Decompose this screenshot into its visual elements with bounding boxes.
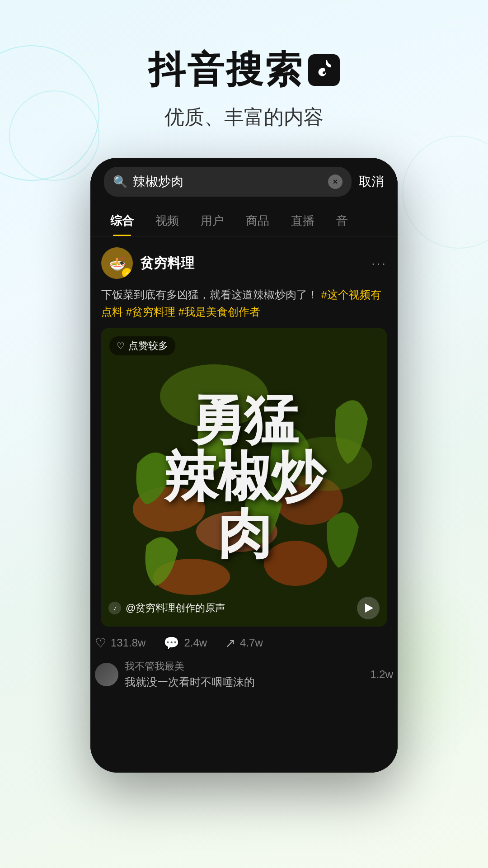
post-description: 下饭菜到底有多凶猛，就看这道辣椒炒肉了！ #这个视频有点料 #贫穷料理 #我是美… [101,286,387,321]
play-button[interactable] [357,597,380,619]
tiktok-note-icon: ♪ [108,602,121,614]
commenter-avatar [95,663,118,686]
phone-screen: 🔍 辣椒炒肉 × 取消 综合 视频 用户 商品 [90,158,398,773]
tab-live[interactable]: 直播 [280,206,325,236]
phone-mockup-container: 🔍 辣椒炒肉 × 取消 综合 视频 用户 商品 [0,158,488,773]
shares-count: 4.7w [240,637,263,649]
comment-content: 我不管我最美 我就没一次看时不咽唾沫的 [125,660,364,689]
comment-row: 我不管我最美 我就没一次看时不咽唾沫的 1.2w [95,660,393,689]
more-options-icon[interactable]: ··· [371,255,387,271]
username-label: 贫穷料理 [140,254,194,273]
heart-stat-icon: ♡ [95,636,106,651]
tab-comprehensive[interactable]: 综合 [99,206,145,236]
search-results: 🍜 ✓ 贫穷料理 ··· 下饭菜到底有多凶猛，就看这道辣椒炒肉了！ #这个视频有… [90,236,398,627]
badge-text: 点赞较多 [128,339,168,353]
comments-stat[interactable]: 💬 2.4w [164,636,207,651]
app-subtitle: 优质、丰富的内容 [0,104,488,131]
post-desc-text: 下饭菜到底有多凶猛，就看这道辣椒炒肉了！ [101,288,318,301]
likes-stat[interactable]: ♡ 131.8w [95,636,145,651]
app-title-text: 抖音搜索 [148,45,304,95]
clear-search-button[interactable]: × [328,175,343,189]
search-tabs: 综合 视频 用户 商品 直播 音 [90,206,398,236]
commenter-name: 我不管我最美 [125,660,364,673]
tab-product[interactable]: 商品 [235,206,280,236]
shares-stat[interactable]: ↗ 4.7w [225,636,263,651]
audio-text: @贫穷料理创作的原声 [126,601,225,615]
tab-user[interactable]: 用户 [190,206,235,236]
tab-video[interactable]: 视频 [145,206,190,236]
verified-badge: ✓ [122,268,132,278]
avatar: 🍜 ✓ [101,247,133,279]
post-stats-row: ♡ 131.8w 💬 2.4w ↗ 4.7w [90,627,398,660]
comment-preview: 我不管我最美 我就没一次看时不咽唾沫的 1.2w [90,660,398,698]
page-header: 抖音搜索 优质、丰富的内容 [0,0,488,131]
hashtag-3[interactable]: #我是美食创作者 [178,306,260,318]
search-input-wrapper[interactable]: 🔍 辣椒炒肉 × [104,167,352,197]
tab-audio[interactable]: 音 [325,206,359,236]
search-query: 辣椒炒肉 [133,173,323,190]
video-play-area: ♪ @贫穷料理创作的原声 [108,597,380,619]
likes-count: 131.8w [111,637,145,649]
tiktok-logo-icon [308,54,340,86]
comment-like-count: 1.2w [370,668,393,681]
video-thumbnail[interactable]: 勇猛辣椒炒肉 ♡ 点赞较多 ♪ @贫穷料理创作的原声 [101,328,387,627]
search-icon: 🔍 [113,175,127,189]
phone-mockup: 🔍 辣椒炒肉 × 取消 综合 视频 用户 商品 [90,158,398,773]
play-triangle-icon [365,604,373,613]
hashtag-2[interactable]: #贫穷料理 [126,306,175,318]
video-like-badge: ♡ 点赞较多 [109,336,175,355]
heart-icon: ♡ [117,340,125,351]
app-title-container: 抖音搜索 [0,45,488,95]
post-author-card: 🍜 ✓ 贫穷料理 ··· [101,247,387,279]
share-stat-icon: ↗ [225,636,235,651]
cancel-search-button[interactable]: 取消 [359,173,384,190]
search-bar: 🔍 辣椒炒肉 × 取消 [90,158,398,206]
comment-stat-icon: 💬 [164,636,179,651]
video-overlay-text: 勇猛辣椒炒肉 [101,328,387,627]
audio-info: ♪ @贫穷料理创作的原声 [108,601,225,615]
comment-text: 我就没一次看时不咽唾沫的 [125,675,364,689]
comments-count: 2.4w [184,637,207,649]
food-video-visual: 勇猛辣椒炒肉 ♡ 点赞较多 ♪ @贫穷料理创作的原声 [101,328,387,627]
